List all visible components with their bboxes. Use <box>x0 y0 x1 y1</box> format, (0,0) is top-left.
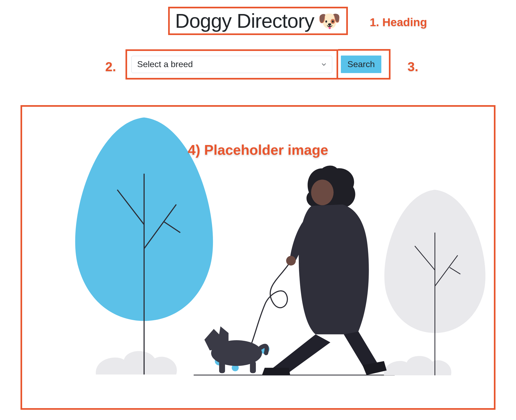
svg-rect-14 <box>250 361 256 373</box>
chevron-down-icon <box>321 62 327 67</box>
search-button-frame: Search <box>338 49 390 80</box>
dog-face-icon: 🐶 <box>318 10 341 32</box>
annotation-3: 3. <box>408 59 418 74</box>
svg-rect-13 <box>219 361 225 373</box>
annotation-4: 4) Placeholder image <box>188 142 328 158</box>
page-heading-box: Doggy Directory 🐶 <box>168 7 348 35</box>
breed-select[interactable]: Select a breed <box>131 56 332 73</box>
page-title: Doggy Directory <box>175 9 314 32</box>
placeholder-image-frame: 4) Placeholder image <box>21 105 495 410</box>
annotation-2: 2. <box>105 59 116 74</box>
svg-point-16 <box>286 256 296 266</box>
breed-select-placeholder: Select a breed <box>137 59 193 69</box>
breed-select-frame: Select a breed <box>125 49 338 80</box>
annotation-1: 1. Heading <box>370 16 427 29</box>
svg-point-15 <box>311 180 334 205</box>
search-button[interactable]: Search <box>341 56 381 73</box>
